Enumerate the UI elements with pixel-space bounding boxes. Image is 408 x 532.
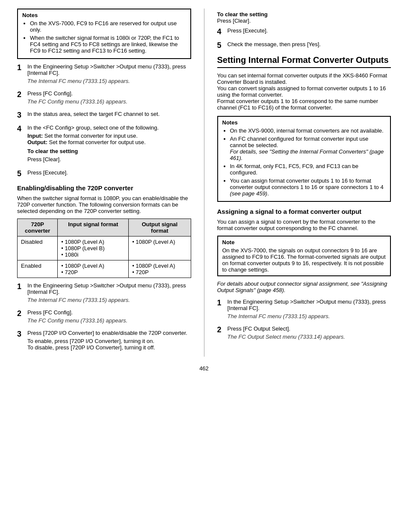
step-1-720p: 1 In the Engineering Setup >Switcher >Ou…	[17, 282, 191, 305]
notes-item-1: On the XVS-7000, FC9 to FC16 are reserve…	[30, 20, 186, 33]
notes-list-right: On the XVS-9000, internal format convert…	[222, 127, 386, 197]
step-num-5-main: 5	[17, 169, 25, 179]
step-content-4-right: Press [Execute].	[228, 27, 391, 37]
subsection-720p-intro: When the switcher signal format is 1080P…	[17, 195, 191, 214]
subsection2-intro: You can assign a signal to convert by th…	[217, 219, 391, 231]
to-clear-right-top: To clear the setting Press [Clear].	[217, 11, 391, 24]
notes-title-right: Notes	[222, 119, 386, 126]
step-text-2-main: Press [FC Config].	[27, 90, 191, 97]
step-sub-2-assign: The FC Output Select menu (7333.14) appe…	[228, 334, 391, 340]
page-number: 462	[17, 365, 391, 372]
step-5-right: 5 Check the message, then press [Yes].	[217, 41, 391, 50]
converter-table: 720Pconverter Input signal format Output…	[17, 219, 191, 278]
table-cell-enabled-input: • 1080P (Level A)• 720P	[58, 260, 129, 278]
table-row-disabled: Disabled • 1080P (Level A)• 1080P (Level…	[18, 236, 191, 260]
notes-item-r3: In 4K format, only FC1, FC5, FC9, and FC…	[230, 163, 386, 176]
step-text-4-main: In the <FC Config> group, select one of …	[27, 124, 191, 131]
table-cell-disabled: Disabled	[18, 236, 58, 260]
step-text-5-main: Press [Execute].	[27, 169, 191, 176]
step-text-3-main: In the status area, select the target FC…	[27, 111, 191, 117]
subsection2-title: Assigning a signal to a format converter…	[217, 208, 391, 215]
table-header-2: Input signal format	[58, 219, 129, 236]
step-sub-1-assign: The Internal FC menu (7333.15) appears.	[228, 313, 391, 319]
step-text-1-720p: In the Engineering Setup >Switcher >Outp…	[27, 282, 191, 295]
step-sub-2-720p: The FC Config menu (7333.16) appears.	[27, 317, 191, 324]
table-header-1: 720Pconverter	[18, 219, 58, 236]
to-clear-label-left: To clear the setting	[27, 148, 191, 154]
notes-item-2: When the switcher signal format is 1080i…	[30, 35, 186, 54]
notes-box-top: Notes On the XVS-7000, FC9 to FC16 are r…	[17, 9, 191, 59]
step-content-2-720p: Press [FC Config]. The FC Config menu (7…	[27, 309, 191, 325]
step-content-3-main: In the status area, select the target FC…	[27, 111, 191, 120]
note-single-title: Note	[222, 239, 386, 245]
table-cell-disabled-output: • 1080P (Level A)	[129, 236, 191, 260]
step-extra-3-720p: To enable, press [720P I/O Converter], t…	[27, 338, 191, 351]
step-text-1-main: In the Engineering Setup >Switcher >Outp…	[27, 63, 191, 76]
to-clear-label-right: To clear the setting	[217, 11, 391, 18]
table-cell-enabled-output: • 1080P (Level A)• 720P	[129, 260, 191, 278]
step-text-1-assign: In the Engineering Setup >Switcher >Outp…	[228, 299, 391, 311]
notes-box-right: Notes On the XVS-9000, internal format c…	[217, 116, 391, 202]
left-column: Notes On the XVS-7000, FC9 to FC16 are r…	[17, 9, 191, 357]
step-content-3-720p: Press [720P I/O Converter] to enable/dis…	[27, 330, 191, 352]
notes-title-top: Notes	[22, 12, 186, 18]
step-sub-1-720p: The Internal FC menu (7333.15) appears.	[27, 297, 191, 303]
table-header-3: Output signalformat	[129, 219, 191, 236]
step-num-5-right: 5	[217, 41, 225, 50]
step-num-1-720p: 1	[17, 282, 25, 305]
step-content-1-assign: In the Engineering Setup >Switcher >Outp…	[228, 299, 391, 321]
step-text-2-assign: Press [FC Output Select].	[228, 325, 391, 332]
step-content-2-main: Press [FC Config]. The FC Config menu (7…	[27, 90, 191, 106]
section-intro-ifc: You can set internal format converter ou…	[217, 72, 391, 111]
table-row-enabled: Enabled • 1080P (Level A)• 720P • 1080P …	[18, 260, 191, 278]
step-num-2-main: 2	[17, 90, 25, 106]
step-num-2-assign: 2	[217, 325, 225, 342]
step-num-2-720p: 2	[17, 309, 25, 325]
step-content-2-assign: Press [FC Output Select]. The FC Output …	[228, 325, 391, 342]
step-text-3-720p: Press [720P I/O Converter] to enable/dis…	[27, 330, 191, 336]
to-clear-text-left: Press [Clear].	[27, 156, 191, 163]
step-content-1-main: In the Engineering Setup >Switcher >Outp…	[27, 63, 191, 86]
step-num-4-main: 4	[17, 124, 25, 165]
step-text-4-right: Press [Execute].	[228, 27, 391, 34]
note-single-box: Note On the XVS-7000, the signals on out…	[217, 236, 391, 276]
to-clear-left: To clear the setting Press [Clear].	[27, 148, 191, 163]
step-num-1-assign: 1	[217, 299, 225, 321]
step-content-5-main: Press [Execute].	[27, 169, 191, 179]
table-cell-disabled-input: • 1080P (Level A)• 1080P (Level B)• 1080…	[58, 236, 129, 260]
to-clear-text-right: Press [Clear].	[217, 18, 391, 24]
step-text-2-720p: Press [FC Config].	[27, 309, 191, 316]
step-sub-1-main: The Internal FC menu (7333.15) appears.	[27, 78, 191, 84]
step-content-1-720p: In the Engineering Setup >Switcher >Outp…	[27, 282, 191, 305]
step-num-3-720p: 3	[17, 330, 25, 352]
step-1-assign: 1 In the Engineering Setup >Switcher >Ou…	[217, 299, 391, 321]
section-title-ifc: Setting Internal Format Converter Output…	[217, 54, 391, 68]
notes-item-r2: An FC channel configured for format conv…	[230, 136, 386, 161]
step-text-5-right: Check the message, then press [Yes].	[228, 41, 391, 47]
step-2-main: 2 Press [FC Config]. The FC Config menu …	[17, 90, 191, 106]
step-3-720p: 3 Press [720P I/O Converter] to enable/d…	[17, 330, 191, 352]
notes-item-r4: You can assign format converter outputs …	[230, 177, 386, 197]
subsection-720p-title: Enabling/disabling the 720P converter	[17, 184, 191, 192]
step-2-720p: 2 Press [FC Config]. The FC Config menu …	[17, 309, 191, 325]
right-column: To clear the setting Press [Clear]. 4 Pr…	[204, 9, 391, 357]
notes-list-top: On the XVS-7000, FC9 to FC16 are reserve…	[22, 20, 186, 54]
step-3-main: 3 In the status area, select the target …	[17, 111, 191, 120]
step-num-1-main: 1	[17, 63, 25, 86]
step-num-4-right: 4	[217, 27, 225, 37]
italic-ref: For details about output connector signa…	[217, 281, 391, 293]
step-sub-2-main: The FC Config menu (7333.16) appears.	[27, 98, 191, 105]
step-content-4-main: In the <FC Config> group, select one of …	[27, 124, 191, 165]
note-single-text: On the XVS-7000, the signals on output c…	[222, 247, 386, 273]
step-extra-4-main: Input: Set the format converter for inpu…	[27, 133, 191, 145]
step-4-right: 4 Press [Execute].	[217, 27, 391, 37]
step-num-3-main: 3	[17, 111, 25, 120]
step-5-main: 5 Press [Execute].	[17, 169, 191, 179]
step-content-5-right: Check the message, then press [Yes].	[228, 41, 391, 50]
step-4-main: 4 In the <FC Config> group, select one o…	[17, 124, 191, 165]
notes-item-r1: On the XVS-9000, internal format convert…	[230, 127, 386, 134]
step-1-main: 1 In the Engineering Setup >Switcher >Ou…	[17, 63, 191, 86]
step-2-assign: 2 Press [FC Output Select]. The FC Outpu…	[217, 325, 391, 342]
table-cell-enabled: Enabled	[18, 260, 58, 278]
